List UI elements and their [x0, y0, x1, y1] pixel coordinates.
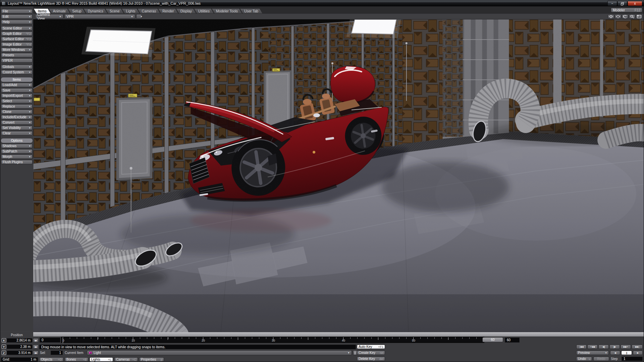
- sidebar-item-file[interactable]: File▼: [1, 9, 33, 13]
- timeline-divider[interactable]: [33, 332, 644, 337]
- x-stepper[interactable]: ◀▶: [33, 338, 39, 343]
- sidebar-item-clear[interactable]: Clear▼: [1, 131, 33, 135]
- tab-scene[interactable]: Scene: [106, 9, 124, 13]
- grid-size-field: Grid: 1 m: [1, 357, 38, 362]
- sidebar-item-graph-editor[interactable]: Graph Editor^F2: [1, 32, 33, 36]
- sidebar-item-convert[interactable]: Convert▼: [1, 120, 33, 125]
- tab-lights[interactable]: Lights: [122, 9, 140, 13]
- lights-mode-button[interactable]: Lights+L: [90, 357, 113, 362]
- sidebar-item-subpatch[interactable]: SubPatch▼: [1, 149, 33, 154]
- auto-key-button[interactable]: Auto Key+F1: [357, 345, 385, 349]
- chevron-down-icon: ▼: [29, 15, 31, 18]
- chevron-down-icon: ▼: [29, 66, 31, 68]
- delete-key-button[interactable]: Delete Keydel: [357, 357, 385, 361]
- bones-mode-button[interactable]: Bones+B: [65, 357, 88, 362]
- sidebar-item-flush-plugins[interactable]: Flush Plugins: [1, 160, 33, 164]
- tab-modeler-tools[interactable]: Modeler Tools: [212, 9, 242, 13]
- tab-render[interactable]: Render: [158, 9, 178, 13]
- sidebar-item-shadows[interactable]: Shadows▼: [1, 144, 33, 148]
- pause-button[interactable]: ||: [621, 351, 632, 355]
- tab-cameras[interactable]: Cameras: [138, 9, 160, 13]
- minimize-button[interactable]: −: [607, 1, 617, 6]
- viewport-maximize-button[interactable]: [636, 14, 642, 19]
- sidebar-item-more-windows[interactable]: More Windows▼: [1, 48, 33, 52]
- play-backward-button[interactable]: ◀: [610, 351, 620, 355]
- sidebar-item-surface-editor[interactable]: Surface Editor^F3: [1, 37, 33, 41]
- viewport-options-dropdown[interactable]: ▼: [136, 14, 142, 19]
- sidebar-item-select[interactable]: Select▼: [1, 99, 33, 103]
- sidebar-item-morph[interactable]: Morph▼: [1, 155, 33, 159]
- y-stepper[interactable]: ◀▶: [33, 345, 39, 349]
- viewport-center-button[interactable]: [608, 14, 614, 19]
- sidebar-item-set-visibility[interactable]: Set Visibility▼: [1, 126, 33, 130]
- viewport-3d-scene[interactable]: [33, 19, 644, 332]
- cameras-mode-button[interactable]: Cameras+C: [114, 357, 138, 362]
- sidebar-item-load-add[interactable]: Load/Add▼: [1, 83, 33, 87]
- sidebar-item-viper[interactable]: VIPER: [1, 58, 33, 63]
- play-forward-button[interactable]: ▶: [633, 351, 643, 355]
- z-position-field[interactable]: 3.914 m: [7, 351, 32, 355]
- tab-dynamics[interactable]: Dynamics: [84, 9, 107, 13]
- chevron-down-icon: ▼: [29, 84, 31, 86]
- modeler-button[interactable]: Modeler F12: [611, 8, 642, 12]
- y-axis-label: Y: [2, 345, 6, 349]
- chevron-down-icon: ▼: [29, 89, 31, 92]
- tab-items[interactable]: Items: [34, 9, 51, 13]
- sidebar-item-help[interactable]: Help▼: [1, 20, 33, 24]
- timeline-ruler[interactable]: 0 10 20 30 40 50: [61, 337, 484, 343]
- sidebar-item-image-editor[interactable]: Image Editor^F4: [1, 42, 33, 47]
- restore-button[interactable]: [618, 1, 627, 6]
- tab-user-tab[interactable]: User Tab: [240, 9, 262, 13]
- end-frame-field[interactable]: 60: [505, 338, 520, 343]
- sidebar-item-scene-editor[interactable]: Scene Editor▼: [1, 26, 33, 31]
- properties-button[interactable]: Propertiesp: [139, 357, 164, 362]
- list-icon: [355, 352, 356, 354]
- sidebar-item-replace[interactable]: Replace▼: [1, 104, 33, 109]
- objects-mode-button[interactable]: Objects+O: [39, 357, 63, 362]
- chevron-down-icon: ▼: [29, 150, 31, 153]
- timeline-slider-handle[interactable]: 60: [482, 337, 503, 342]
- tab-utilities[interactable]: Utilities: [194, 9, 214, 13]
- rotate-icon: [623, 15, 627, 18]
- chevron-down-icon: ▼: [29, 127, 31, 129]
- render-mode-dropdown[interactable]: VPR ▼: [64, 14, 135, 19]
- sidebar-item-globals[interactable]: Globals▼: [1, 65, 33, 69]
- tab-display[interactable]: Display: [176, 9, 196, 13]
- sidebar-item-save[interactable]: Save▼: [1, 88, 33, 93]
- sidebar-item-import-export[interactable]: Import/Export▼: [1, 94, 33, 98]
- status-bar: Drag mouse in view to move selected item…: [39, 345, 356, 349]
- jump-to-end-button[interactable]: ▶▶|: [632, 345, 643, 349]
- sidebar-header-options: Options: [1, 138, 33, 143]
- sidebar-item-edit[interactable]: Edit▼: [1, 14, 33, 19]
- z-axis-label: Z: [2, 351, 6, 355]
- close-button[interactable]: x: [628, 1, 642, 6]
- sidebar-item-presets[interactable]: Presets: [1, 53, 33, 57]
- previous-frame-button[interactable]: ◀||: [598, 345, 609, 349]
- view-mode-dropdown[interactable]: Camera View ▼: [35, 14, 63, 19]
- jump-to-start-button[interactable]: |◀◀: [576, 345, 587, 349]
- create-key-button[interactable]: Create Keyret: [357, 351, 385, 355]
- chevron-down-icon: ▼: [29, 27, 31, 29]
- left-sidebar: File▼ Edit▼ Help▼ Scene Editor▼ Graph Ed…: [0, 6, 33, 331]
- step-field[interactable]: 1: [622, 357, 643, 361]
- preview-dropdown[interactable]: Preview▼: [576, 351, 609, 355]
- next-frame-button[interactable]: ||▶: [609, 345, 620, 349]
- current-item-dropdown[interactable]: Light ▼: [87, 350, 352, 355]
- sidebar-item-include-exclude[interactable]: Include/Exclude▼: [1, 115, 33, 119]
- viewport-rotate-button[interactable]: [622, 14, 628, 19]
- tab-setup[interactable]: Setup: [68, 9, 85, 13]
- chevron-down-icon: ▼: [29, 71, 31, 73]
- sidebar-item-coord-system[interactable]: Coord System▼: [1, 70, 33, 74]
- redo-button[interactable]: Redo: [593, 357, 609, 361]
- x-position-field[interactable]: 2.8614 m: [7, 338, 32, 343]
- previous-key-button[interactable]: +◀◀: [587, 345, 598, 349]
- y-position-field[interactable]: 2.38 m: [7, 345, 32, 349]
- current-frame-field[interactable]: 0: [40, 338, 60, 343]
- undo-button[interactable]: Undou: [576, 357, 592, 361]
- viewport-pan-button[interactable]: [615, 14, 621, 19]
- viewport-zoom-button[interactable]: [629, 14, 635, 19]
- next-key-button[interactable]: ▶▶+: [621, 345, 631, 349]
- z-stepper[interactable]: ◀▶: [33, 351, 39, 355]
- sidebar-item-clone[interactable]: Clone▼: [1, 110, 33, 114]
- titlebar[interactable]: Layout™ NewTek LightWave 3D ® HC Rev 201…: [0, 0, 644, 6]
